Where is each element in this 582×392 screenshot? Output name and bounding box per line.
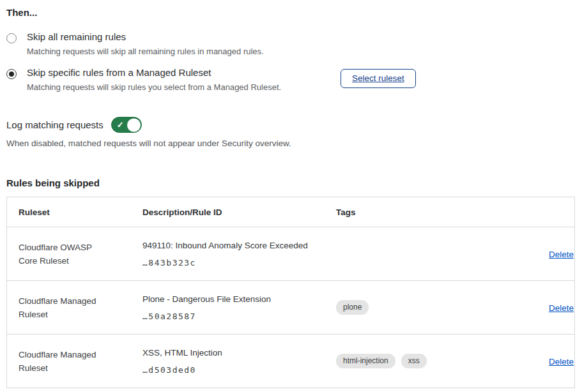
tag-badge: html-injection bbox=[336, 354, 395, 368]
rule-id: …843b323c bbox=[142, 258, 326, 268]
waf-skip-rule-panel: Then... Skip all remaining rules Matchin… bbox=[0, 0, 582, 388]
then-section-title: Then... bbox=[6, 7, 576, 18]
rule-id: …50a28587 bbox=[142, 312, 326, 321]
tag-badge: xss bbox=[401, 354, 427, 368]
delete-rule-link[interactable]: Delete bbox=[549, 303, 574, 313]
table-row: Cloudflare OWASP Core Ruleset 949110: In… bbox=[7, 227, 574, 280]
select-ruleset-button[interactable]: Select ruleset bbox=[341, 69, 416, 88]
rule-description: XSS, HTML Injection bbox=[142, 347, 326, 358]
row-description-cell: XSS, HTML Injection …d503ded0 bbox=[142, 347, 336, 375]
radio-skip-all-remaining-rules[interactable] bbox=[6, 33, 17, 43]
option-skip-specific-rules: Skip specific rules from a Managed Rules… bbox=[6, 67, 576, 92]
row-description-cell: Plone - Dangerous File Extension …50a285… bbox=[142, 294, 336, 321]
row-description-cell: 949110: Inbound Anomaly Score Exceeded …… bbox=[142, 240, 336, 268]
row-actions-cell: Delete bbox=[549, 302, 582, 313]
log-matching-requests-row: Log matching requests ✓ bbox=[6, 117, 576, 133]
row-actions-cell: Delete bbox=[549, 248, 582, 260]
table-header-row: Ruleset Description/Rule ID Tags bbox=[7, 197, 574, 227]
rule-description: Plone - Dangerous File Extension bbox=[142, 294, 326, 305]
delete-rule-link[interactable]: Delete bbox=[549, 250, 574, 259]
tag-badge: plone bbox=[336, 300, 369, 315]
table-row: Cloudflare Managed Ruleset XSS, HTML Inj… bbox=[7, 334, 574, 388]
row-ruleset-name: Cloudflare Managed Ruleset bbox=[7, 348, 114, 375]
option-label-skip-specific[interactable]: Skip specific rules from a Managed Rules… bbox=[27, 67, 332, 78]
log-matching-requests-toggle[interactable]: ✓ bbox=[111, 117, 142, 133]
delete-rule-link[interactable]: Delete bbox=[549, 357, 574, 366]
radio-skip-specific-rules[interactable] bbox=[6, 69, 17, 79]
option-body: Skip specific rules from a Managed Rules… bbox=[27, 67, 332, 92]
rules-being-skipped-title: Rules being skipped bbox=[6, 177, 576, 188]
checkmark-icon: ✓ bbox=[117, 121, 124, 129]
rule-description: 949110: Inbound Anomaly Score Exceeded bbox=[142, 240, 326, 251]
rule-id: …d503ded0 bbox=[142, 365, 326, 375]
row-ruleset-name: Cloudflare Managed Ruleset bbox=[7, 294, 114, 321]
toggle-knob bbox=[127, 118, 141, 132]
row-actions-cell: Delete bbox=[549, 356, 582, 367]
column-header-description-rule-id: Description/Rule ID bbox=[142, 207, 336, 217]
column-header-ruleset: Ruleset bbox=[7, 207, 142, 217]
option-label-skip-all[interactable]: Skip all remaining rules bbox=[27, 31, 264, 42]
option-body: Skip all remaining rules Matching reques… bbox=[27, 31, 264, 56]
option-description-skip-all: Matching requests will skip all remainin… bbox=[27, 47, 264, 56]
log-matching-requests-label: Log matching requests bbox=[6, 119, 103, 130]
option-description-skip-specific: Matching requests will skip rules you se… bbox=[27, 82, 332, 92]
row-tags-cell: plone bbox=[336, 300, 549, 315]
row-tags-cell: html-injection xss bbox=[336, 354, 549, 368]
log-matching-requests-description: When disabled, matched requests will not… bbox=[6, 139, 576, 148]
table-row: Cloudflare Managed Ruleset Plone - Dange… bbox=[7, 280, 574, 334]
row-ruleset-name: Cloudflare OWASP Core Ruleset bbox=[7, 241, 114, 268]
option-skip-all-remaining-rules: Skip all remaining rules Matching reques… bbox=[6, 31, 576, 56]
column-header-tags: Tags bbox=[336, 207, 549, 217]
rules-being-skipped-table: Ruleset Description/Rule ID Tags Cloudfl… bbox=[6, 197, 575, 388]
